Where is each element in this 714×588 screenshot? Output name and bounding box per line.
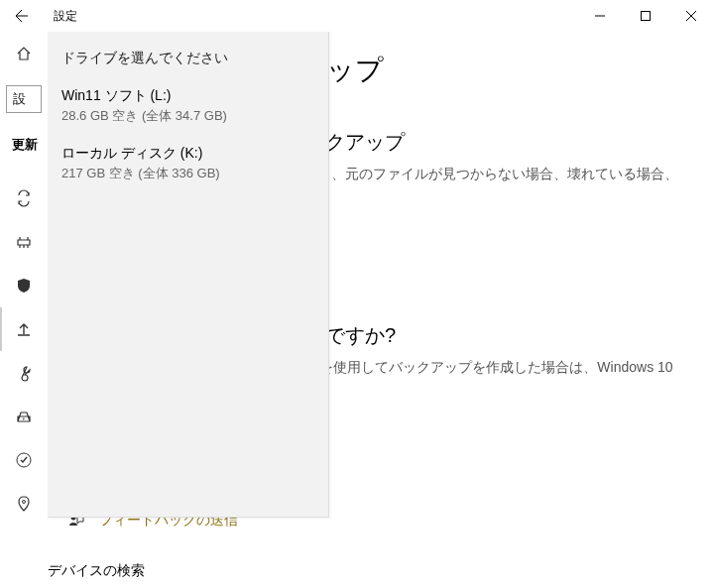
window-title: 設定 — [54, 8, 77, 25]
sidebar-backup-active[interactable] — [0, 307, 48, 351]
drive-freespace: 28.6 GB 空き (全体 34.7 GB) — [61, 107, 314, 125]
home-icon — [15, 45, 33, 62]
sidebar-find-device[interactable] — [0, 482, 48, 526]
drive-item[interactable]: Win11 ソフト (L:) 28.6 GB 空き (全体 34.7 GB) — [61, 87, 314, 125]
sidebar: 設 更新 — [0, 32, 48, 588]
drive-name: ローカル ディスク (K:) — [61, 145, 314, 163]
sidebar-sync[interactable] — [0, 176, 48, 220]
sidebar-update[interactable]: 更新 — [0, 123, 48, 167]
drive-name: Win11 ソフト (L:) — [61, 87, 314, 105]
window-controls — [577, 0, 714, 32]
back-button[interactable] — [0, 0, 44, 32]
recovery-icon — [15, 408, 33, 425]
drive-freespace: 217 GB 空き (全体 336 GB) — [61, 165, 314, 182]
minimize-icon — [595, 11, 605, 21]
delivery-icon — [15, 233, 33, 251]
sidebar-home[interactable] — [0, 32, 48, 75]
maximize-button[interactable] — [623, 0, 668, 32]
titlebar: 設定 — [0, 0, 714, 32]
maximize-icon — [641, 11, 651, 21]
arrow-left-icon — [14, 8, 30, 24]
wrench-icon — [15, 364, 33, 382]
upload-icon — [15, 320, 33, 338]
sync-icon — [15, 189, 33, 207]
device-search-label[interactable]: デバイスの検索 — [48, 562, 145, 580]
close-button[interactable] — [668, 0, 714, 32]
svg-rect-1 — [642, 12, 651, 21]
shield-icon — [15, 277, 33, 294]
location-icon — [15, 495, 33, 513]
drive-item[interactable]: ローカル ディスク (K:) 217 GB 空き (全体 336 GB) — [61, 145, 314, 182]
sidebar-search-clip[interactable]: 設 — [6, 85, 42, 113]
flyout-title: ドライブを選んでください — [61, 50, 314, 67]
svg-point-5 — [23, 501, 26, 504]
sidebar-troubleshoot[interactable] — [0, 351, 48, 395]
sidebar-recovery[interactable] — [0, 395, 48, 438]
drive-select-flyout: ドライブを選んでください Win11 ソフト (L:) 28.6 GB 空き (… — [48, 32, 329, 518]
minimize-button[interactable] — [577, 0, 623, 32]
check-icon — [15, 451, 33, 469]
close-icon — [686, 11, 696, 21]
sidebar-delivery[interactable] — [0, 220, 48, 264]
sidebar-security[interactable] — [0, 264, 48, 307]
sidebar-activation[interactable] — [0, 438, 48, 482]
